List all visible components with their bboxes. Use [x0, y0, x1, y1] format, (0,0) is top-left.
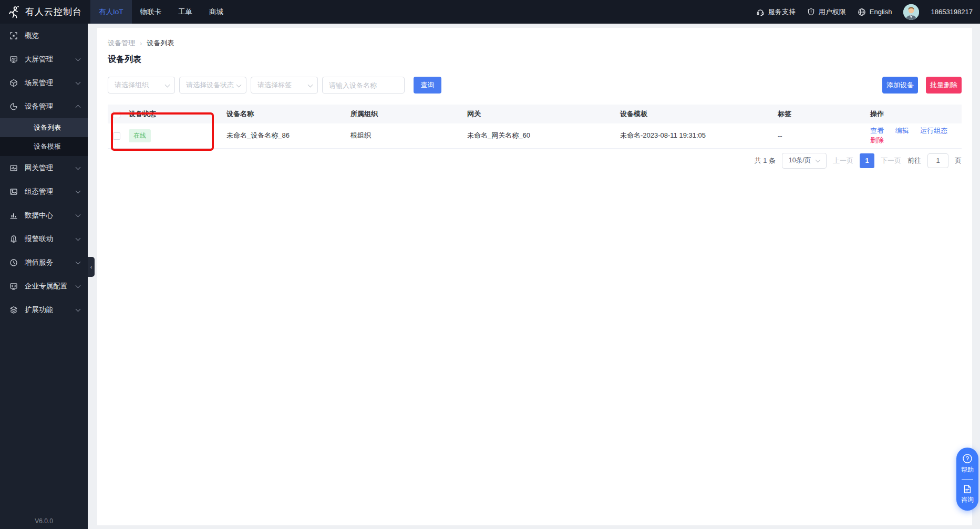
col-device-status: 设备状态	[123, 105, 221, 123]
big-screen-icon	[9, 55, 18, 64]
chevron-left-icon: ‹	[90, 264, 92, 270]
topbar: 有人云控制台 有人IoT 物联卡 工单 商城 服务支持	[0, 0, 980, 24]
delete-link[interactable]: 删除	[870, 136, 884, 144]
select-all-checkbox[interactable]	[113, 111, 120, 118]
sidebar-item-device-mgmt[interactable]: 设备管理	[0, 95, 88, 118]
next-page-button[interactable]: 下一页	[881, 156, 901, 165]
page-size-select[interactable]: 10条/页	[782, 153, 827, 169]
user-avatar[interactable]	[903, 4, 919, 20]
view-link[interactable]: 查看	[870, 127, 884, 134]
sidebar-item-label: 扩展功能	[25, 305, 53, 315]
tag-select[interactable]: 请选择标签	[251, 77, 318, 94]
breadcrumb-current: 设备列表	[147, 38, 174, 48]
help-label[interactable]: 帮助	[961, 465, 974, 474]
sidebar-item-extensions[interactable]: 扩展功能	[0, 298, 88, 321]
col-organization: 所属组织	[345, 105, 462, 123]
page-number-1[interactable]: 1	[860, 153, 874, 168]
bar-chart-icon	[9, 211, 18, 220]
goto-unit-label: 页	[955, 156, 962, 165]
pagination: 共 1 条 10条/页 上一页 1 下一页 前往 页	[97, 153, 962, 169]
chevron-down-icon	[76, 164, 81, 170]
user-phone-number[interactable]: 18653198217	[931, 8, 973, 16]
sidebar: 概览 大屏管理 场景管理 设备管理	[0, 24, 88, 529]
sidebar-item-value-added-services[interactable]: 增值服务	[0, 251, 88, 274]
page-title: 设备列表	[108, 54, 972, 65]
query-button[interactable]: 查询	[414, 77, 441, 94]
page-size-value: 10条/页	[789, 156, 811, 165]
tags-cell: --	[772, 123, 865, 148]
consult-label[interactable]: 咨询	[961, 495, 974, 504]
device-status-placeholder: 请选择设备状态	[186, 80, 234, 90]
run-scada-link[interactable]: 运行组态	[920, 127, 947, 134]
sidebar-item-label: 数据中心	[25, 211, 53, 220]
sidebar-item-label: 组态管理	[25, 187, 53, 196]
sidebar-subitem-device-list[interactable]: 设备列表	[0, 118, 88, 137]
device-status-select[interactable]: 请选择设备状态	[179, 77, 246, 94]
prev-page-button[interactable]: 上一页	[833, 156, 853, 165]
chevron-up-icon	[76, 105, 81, 110]
top-tab-work-order[interactable]: 工单	[170, 0, 201, 24]
top-tab-mall[interactable]: 商城	[201, 0, 232, 24]
gateway-icon	[9, 164, 18, 172]
app-title: 有人云控制台	[25, 6, 82, 18]
sidebar-item-scene-mgmt[interactable]: 场景管理	[0, 71, 88, 95]
service-support[interactable]: 服务支持	[756, 7, 796, 17]
add-device-button[interactable]: 添加设备	[882, 77, 918, 94]
service-support-label: 服务支持	[768, 7, 796, 17]
breadcrumb: 设备管理 › 设备列表	[97, 28, 972, 48]
row-checkbox[interactable]	[113, 132, 120, 140]
chevron-down-icon	[76, 235, 81, 241]
user-permissions[interactable]: 用户权限	[807, 7, 846, 17]
usr-logo-icon	[7, 5, 20, 19]
sidebar-item-data-center[interactable]: 数据中心	[0, 203, 88, 227]
sidebar-item-screen-mgmt[interactable]: 大屏管理	[0, 47, 88, 71]
col-device-name: 设备名称	[221, 105, 345, 123]
sidebar-item-alarm-linkage[interactable]: 报警联动	[0, 227, 88, 251]
top-tab-iot-card[interactable]: 物联卡	[132, 0, 170, 24]
device-mgmt-submenu: 设备列表 设备模板	[0, 118, 88, 156]
help-question-icon[interactable]	[962, 453, 973, 464]
sidebar-item-label: 网关管理	[25, 163, 53, 173]
table-row: 在线 未命名_设备名称_86 根组织 未命名_网关名称_60 未命名-2023-…	[108, 123, 962, 148]
gateway-cell: 未命名_网关名称_60	[462, 123, 615, 148]
col-actions: 操作	[865, 105, 962, 123]
chevron-down-icon	[308, 82, 313, 87]
sidebar-item-label: 报警联动	[25, 234, 53, 244]
device-table: 设备状态 设备名称 所属组织 网关 设备模板 标签 操作 在线 未命名_设备名称…	[108, 105, 962, 149]
chevron-down-icon	[76, 56, 81, 61]
sidebar-item-gateway-mgmt[interactable]: 网关管理	[0, 156, 88, 180]
goto-page-input[interactable]	[927, 153, 948, 168]
globe-icon	[858, 8, 866, 16]
col-tags: 标签	[772, 105, 865, 123]
device-name-input[interactable]	[322, 77, 405, 94]
edit-link[interactable]: 编辑	[895, 127, 909, 134]
sidebar-item-overview[interactable]: 概览	[0, 24, 88, 47]
cube-icon	[9, 79, 18, 87]
sidebar-item-label: 设备管理	[25, 102, 53, 111]
content-card: 设备管理 › 设备列表 设备列表 请选择组织 请选择设备状态 请选择标签 查询 …	[97, 28, 972, 525]
sidebar-collapse-handle[interactable]: ‹	[88, 257, 95, 277]
pie-chart-icon	[9, 102, 18, 111]
tag-select-placeholder: 请选择标签	[257, 80, 292, 90]
document-icon[interactable]	[963, 484, 972, 494]
sidebar-item-scada-mgmt[interactable]: 组态管理	[0, 180, 88, 203]
status-badge: 在线	[129, 129, 151, 142]
org-select[interactable]: 请选择组织	[108, 77, 175, 94]
chevron-down-icon	[76, 212, 81, 217]
device-template-cell: 未命名-2023-08-11 19:31:05	[615, 123, 772, 148]
sidebar-subitem-device-template[interactable]: 设备模板	[0, 137, 88, 156]
chevron-down-icon	[76, 259, 81, 264]
sidebar-item-label: 企业专属配置	[25, 282, 67, 291]
shield-icon	[807, 8, 815, 16]
breadcrumb-parent[interactable]: 设备管理	[108, 38, 135, 48]
top-tab-usr-iot[interactable]: 有人IoT	[90, 0, 132, 24]
org-select-placeholder: 请选择组织	[115, 80, 149, 90]
batch-delete-button[interactable]: 批量删除	[926, 77, 962, 94]
filter-toolbar: 请选择组织 请选择设备状态 请选择标签 查询 添加设备 批量删除	[108, 77, 962, 94]
sidebar-item-enterprise-config[interactable]: 企业专属配置	[0, 274, 88, 298]
language-label: English	[870, 8, 892, 16]
language-switcher[interactable]: English	[858, 8, 892, 16]
table-header-row: 设备状态 设备名称 所属组织 网关 设备模板 标签 操作	[108, 105, 962, 123]
version-label: V6.0.0	[0, 517, 88, 525]
alarm-bell-icon	[9, 235, 18, 243]
